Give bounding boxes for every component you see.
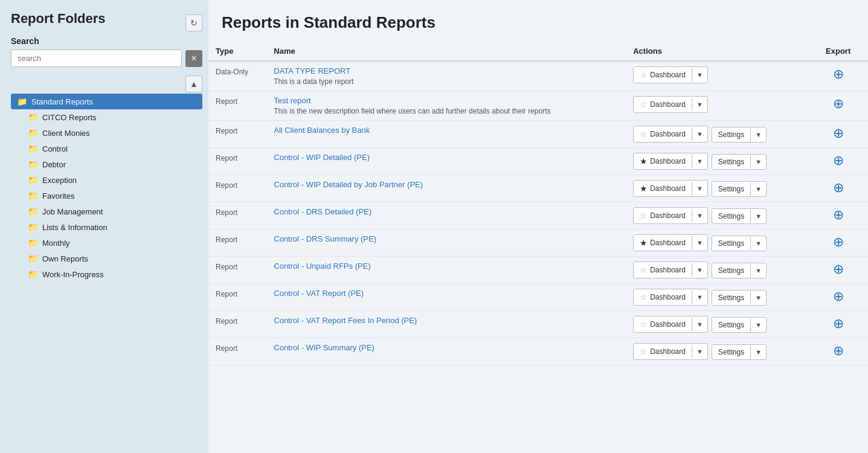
sidebar-item-standard-reports[interactable]: 📁Standard Reports [11,94,202,109]
sidebar-item-citco-reports[interactable]: 📁CITCO Reports [11,109,202,125]
export-button[interactable]: ⊕ [833,289,844,304]
dashboard-dropdown-button[interactable]: ▼ [692,345,707,358]
settings-dropdown-button[interactable]: ▼ [750,345,766,359]
report-link[interactable]: Control - WIP Detailed by Job Partner (P… [274,180,423,189]
settings-dropdown-button[interactable]: ▼ [750,210,766,223]
export-button[interactable]: ⊕ [833,262,844,277]
report-link[interactable]: Control - DRS Detailed (PE) [274,207,371,216]
settings-dropdown-button[interactable]: ▼ [750,264,766,277]
settings-button[interactable]: Settings [712,182,750,196]
sidebar-item-monthly[interactable]: 📁Monthly [11,235,202,251]
settings-dropdown-button[interactable]: ▼ [750,237,766,250]
sidebar-item-label: Debtor [42,160,66,169]
dashboard-button[interactable]: ☆ Dashboard [634,208,692,223]
reports-table-wrapper[interactable]: Type Name Actions Export Data-OnlyDATA T… [208,42,868,453]
folder-list: 📁Standard Reports📁CITCO Reports📁Client M… [11,94,202,282]
dashboard-dropdown-button[interactable]: ▼ [692,318,707,331]
dashboard-dropdown-button[interactable]: ▼ [692,182,707,195]
dashboard-dropdown-button[interactable]: ▼ [692,98,707,111]
dashboard-dropdown-button[interactable]: ▼ [692,68,707,82]
dashboard-button[interactable]: ★ Dashboard [634,181,692,196]
settings-button[interactable]: Settings [712,155,750,169]
export-button[interactable]: ⊕ [833,66,844,82]
report-link[interactable]: Control - VAT Report (PE) [274,289,364,298]
report-name-cell: All Client Balances by Bank [266,121,626,148]
report-type-cell: Report [208,121,266,148]
report-actions-cell: ☆ Dashboard▼Settings▼ [626,311,808,338]
settings-button[interactable]: Settings [712,127,750,142]
report-link[interactable]: Control - WIP Detailed (PE) [274,153,370,162]
dashboard-button[interactable]: ☆ Dashboard [634,67,692,83]
export-button[interactable]: ⊕ [833,234,844,250]
sidebar-item-label: Exception [42,176,77,185]
export-button[interactable]: ⊕ [833,207,844,223]
dashboard-dropdown-button[interactable]: ▼ [692,155,707,168]
settings-button[interactable]: Settings [712,209,750,223]
sidebar-refresh-button[interactable]: ↻ [185,14,202,31]
dashboard-button[interactable]: ☆ Dashboard [634,97,692,112]
folder-icon: 📁 [28,112,38,122]
sidebar-item-lists-information[interactable]: 📁Lists & Information [11,219,202,235]
report-actions-cell: ★ Dashboard▼Settings▼ [626,230,808,257]
settings-button-group: Settings▼ [712,317,767,333]
export-button[interactable]: ⊕ [833,316,844,332]
settings-button[interactable]: Settings [712,318,750,332]
settings-dropdown-button[interactable]: ▼ [750,155,766,169]
dashboard-dropdown-button[interactable]: ▼ [692,127,707,141]
settings-button[interactable]: Settings [712,291,750,305]
search-clear-button[interactable]: × [185,50,202,67]
sidebar-item-client-monies[interactable]: 📁Client Monies [11,125,202,141]
export-button[interactable]: ⊕ [833,96,844,112]
dashboard-dropdown-button[interactable]: ▼ [692,236,707,249]
settings-dropdown-button[interactable]: ▼ [750,128,766,141]
settings-button[interactable]: Settings [712,236,750,251]
export-button[interactable]: ⊕ [833,343,844,359]
search-input[interactable] [11,50,182,67]
export-button[interactable]: ⊕ [833,153,844,169]
dashboard-button[interactable]: ☆ Dashboard [634,289,692,305]
export-button[interactable]: ⊕ [833,126,844,141]
settings-dropdown-button[interactable]: ▼ [750,182,766,196]
report-link[interactable]: Control - DRS Summary (PE) [274,234,376,243]
settings-button-group: Settings▼ [712,208,767,224]
star-icon: ☆ [640,320,648,329]
sidebar-item-label: Monthly [42,239,70,248]
sidebar-item-favorites[interactable]: 📁Favorites [11,188,202,204]
sidebar-item-debtor[interactable]: 📁Debtor [11,156,202,172]
report-name-cell: Test reportThis is the new description f… [266,91,626,121]
dashboard-button[interactable]: ☆ Dashboard [634,262,692,278]
scroll-up-button[interactable]: ▲ [185,76,202,92]
folder-icon: 📁 [28,175,38,185]
sidebar-item-own-reports[interactable]: 📁Own Reports [11,251,202,266]
report-link[interactable]: Test report [274,96,310,105]
folder-icon: 📁 [28,207,38,216]
dashboard-button-group: ☆ Dashboard▼ [633,96,708,113]
sidebar-item-job-management[interactable]: 📁Job Management [11,204,202,219]
sidebar-item-exception[interactable]: 📁Exception [11,172,202,188]
settings-button-group: Settings▼ [712,290,767,306]
settings-button[interactable]: Settings [712,345,750,359]
dashboard-dropdown-button[interactable]: ▼ [692,209,707,222]
settings-button[interactable]: Settings [712,263,750,278]
folder-icon: 📁 [28,159,38,169]
dashboard-button[interactable]: ★ Dashboard [634,235,692,251]
sidebar-item-work-in-progress[interactable]: 📁Work-In-Progress [11,266,202,282]
report-link[interactable]: All Client Balances by Bank [274,126,370,135]
sidebar-item-control[interactable]: 📁Control [11,141,202,156]
report-link[interactable]: Control - Unpaid RFPs (PE) [274,262,370,271]
settings-dropdown-button[interactable]: ▼ [750,318,766,332]
dashboard-dropdown-button[interactable]: ▼ [692,291,707,304]
dashboard-button[interactable]: ☆ Dashboard [634,344,692,359]
sidebar-item-label: Favorites [42,191,74,201]
report-link[interactable]: Control - VAT Report Fees In Period (PE) [274,316,417,325]
dashboard-button[interactable]: ★ Dashboard [634,153,692,169]
report-link[interactable]: DATA TYPE REPORT [274,66,350,76]
settings-button-group: Settings▼ [712,181,767,197]
report-link[interactable]: Control - WIP Summary (PE) [274,343,375,352]
settings-dropdown-button[interactable]: ▼ [750,291,766,304]
dashboard-button[interactable]: ☆ Dashboard [634,126,692,142]
dashboard-button[interactable]: ☆ Dashboard [634,316,692,332]
dashboard-dropdown-button[interactable]: ▼ [692,263,707,277]
report-name-cell: Control - WIP Summary (PE) [266,338,626,365]
export-button[interactable]: ⊕ [833,180,844,196]
